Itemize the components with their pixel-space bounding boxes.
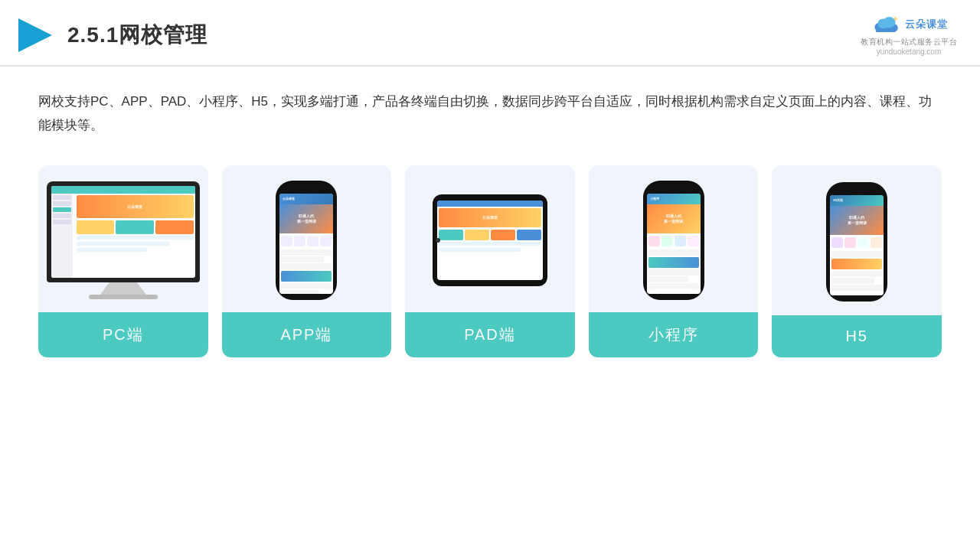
card-pad-image: 云朵课堂 <box>405 165 575 312</box>
page-title: 2.5.1网校管理 <box>67 21 207 50</box>
card-pad: 云朵课堂 PAD端 <box>405 165 575 357</box>
card-pc-label: PC端 <box>38 312 208 357</box>
app-phone-mockup: 云朵课堂 职通人的第一堂网课 <box>276 181 337 300</box>
logo-url: yunduoketang.com <box>877 47 942 56</box>
card-miniprogram: 小程序 职通人的第一堂网课 <box>589 165 759 357</box>
header-left: 2.5.1网校管理 <box>15 15 207 55</box>
play-icon <box>15 15 55 55</box>
svg-marker-0 <box>18 18 52 52</box>
main-content: 网校支持PC、APP、PAD、小程序、H5，实现多端打通，产品各终端自由切换，数… <box>0 67 980 373</box>
card-app: 云朵课堂 职通人的第一堂网课 <box>222 165 392 357</box>
card-pc-image: 云朵课堂 <box>38 165 208 312</box>
card-app-image: 云朵课堂 职通人的第一堂网课 <box>222 165 392 312</box>
logo-subtitle: 教育机构一站式服务云平台 <box>861 37 957 47</box>
miniprogram-phone-mockup: 小程序 职通人的第一堂网课 <box>643 181 704 300</box>
pc-monitor: 云朵课堂 <box>47 181 200 299</box>
logo-area: 云朵课堂 教育机构一站式服务云平台 yunduoketang.com <box>861 14 957 56</box>
card-pc: 云朵课堂 <box>38 165 208 357</box>
card-miniprogram-label: 小程序 <box>589 312 759 357</box>
card-pad-label: PAD端 <box>405 312 575 357</box>
card-h5-label: H5 <box>772 315 942 357</box>
card-app-label: APP端 <box>222 312 392 357</box>
card-h5: H5页面 职通人的第一堂网课 <box>772 165 942 357</box>
card-miniprogram-image: 小程序 职通人的第一堂网课 <box>589 165 759 312</box>
cards-container: 云朵课堂 <box>38 165 942 357</box>
logo-cloud: 云朵课堂 <box>870 14 948 35</box>
page-header: 2.5.1网校管理 云朵课堂 教育机构一站式服务云平台 yunduoketang… <box>0 0 980 67</box>
h5-phone-mockup: H5页面 职通人的第一堂网课 <box>826 182 887 302</box>
description-text: 网校支持PC、APP、PAD、小程序、H5，实现多端打通，产品各终端自由切换，数… <box>38 90 942 138</box>
pad-mockup: 云朵课堂 <box>433 194 547 286</box>
cloud-icon <box>870 14 900 35</box>
card-h5-image: H5页面 职通人的第一堂网课 <box>772 165 942 315</box>
svg-rect-4 <box>876 28 896 32</box>
logo-name: 云朵课堂 <box>905 18 948 31</box>
